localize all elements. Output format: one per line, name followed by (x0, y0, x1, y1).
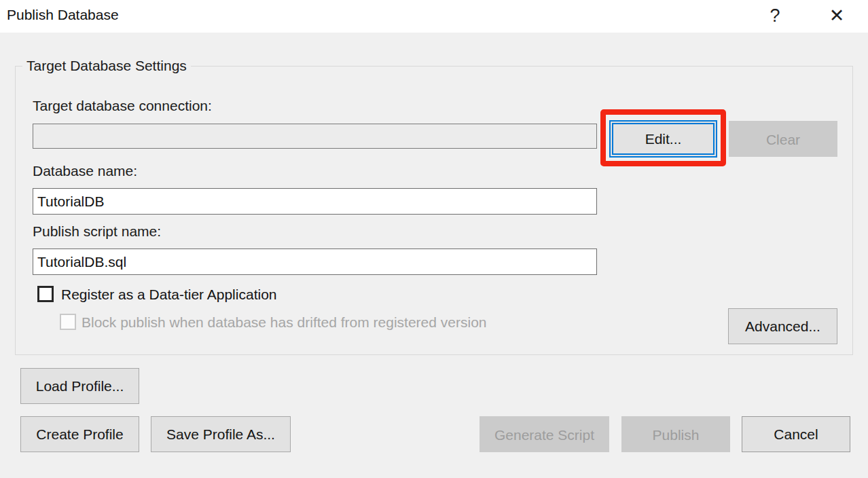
window-title: Publish Database (7, 0, 119, 33)
register-datatier-checkbox[interactable] (37, 286, 54, 302)
load-profile-button[interactable]: Load Profile... (20, 368, 139, 404)
block-publish-checkbox (60, 314, 76, 330)
help-icon[interactable]: ? (760, 0, 790, 33)
publish-button: Publish (621, 416, 730, 452)
generate-script-button: Generate Script (480, 416, 609, 452)
edit-button[interactable]: Edit... (609, 120, 717, 158)
database-name-input[interactable] (33, 188, 597, 215)
publish-script-name-label: Publish script name: (33, 223, 161, 240)
close-icon[interactable]: ✕ (818, 0, 856, 33)
target-connection-input[interactable] (33, 124, 597, 149)
save-profile-as-button[interactable]: Save Profile As... (151, 416, 291, 452)
create-profile-button[interactable]: Create Profile (20, 416, 139, 452)
publish-script-name-input[interactable] (33, 249, 597, 275)
group-legend: Target Database Settings (22, 57, 191, 75)
block-publish-label: Block publish when database has drifted … (82, 314, 487, 331)
cancel-button[interactable]: Cancel (742, 416, 850, 452)
advanced-button[interactable]: Advanced... (728, 308, 837, 344)
clear-button: Clear (729, 121, 837, 157)
title-bar (0, 0, 868, 33)
database-name-label: Database name: (33, 162, 137, 180)
target-connection-label: Target database connection: (33, 97, 212, 115)
register-datatier-label: Register as a Data-tier Application (61, 286, 277, 304)
